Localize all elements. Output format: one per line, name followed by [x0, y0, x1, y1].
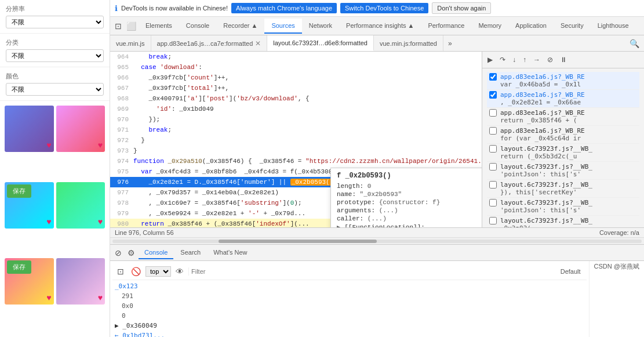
watch-checkbox[interactable]	[489, 145, 497, 153]
console-left-panel: ⊡ 🚫 top 👁 Default _0x123 291 0x0 0	[110, 261, 589, 337]
image-item[interactable]: ♥	[56, 106, 105, 152]
watch-item: app.d83ee1a6.js?_WB_REreturn _0x385f46 +…	[487, 108, 639, 126]
code-line: 973}	[110, 146, 482, 156]
console-line: 291	[115, 291, 584, 301]
tab-elements[interactable]: Elements	[139, 19, 179, 34]
console-filter-icon[interactable]: 🚫	[129, 264, 143, 278]
tab-application[interactable]: Application	[508, 19, 554, 34]
file-tab-vue-formatted[interactable]: vue.min.js:formatted	[374, 35, 443, 51]
watch-checkbox[interactable]	[489, 91, 497, 99]
console-area: ⊡ 🚫 top 👁 Default _0x123 291 0x0 0	[110, 261, 644, 337]
image-item[interactable]: 保存 ♥	[5, 258, 54, 305]
tab-performance-insights[interactable]: Performance insights ▲	[339, 19, 421, 34]
save-button[interactable]: 保存	[7, 260, 31, 274]
scrollbar-track[interactable]	[112, 240, 642, 243]
step-over-button[interactable]: ↷	[497, 54, 508, 66]
code-line: 974function _0x29a510(_0x385f46) { _0x38…	[110, 156, 482, 166]
tab-search-bottom[interactable]: Search	[174, 247, 206, 259]
save-button[interactable]: 保存	[7, 184, 31, 198]
file-tab-layout-formatted[interactable]: layout.6c73923f…d6e8:formatted	[267, 35, 374, 51]
tab-whats-new-bottom[interactable]: What's New	[208, 247, 253, 259]
heart-icon[interactable]: ♥	[98, 217, 103, 226]
tab-sources[interactable]: Sources	[264, 19, 301, 34]
code-line: 967 _0x39f7cb['total']++,	[110, 83, 482, 93]
heart-icon[interactable]: ♥	[98, 140, 103, 150]
tab-memory[interactable]: Memory	[471, 19, 508, 34]
file-tab-vue[interactable]: vue.min.js	[110, 35, 151, 51]
search-in-file-icon[interactable]: 🔍	[627, 37, 642, 50]
heart-icon[interactable]: ♥	[46, 293, 51, 302]
console-output-left: _0x123 291 0x0 0 ▶ _0x360049 ← 0x1bd731.…	[112, 280, 587, 337]
match-language-button[interactable]: Always match Chrome's language	[231, 3, 337, 13]
heart-icon[interactable]: ♥	[46, 217, 51, 226]
more-tabs-icon[interactable]: »	[443, 37, 457, 50]
tab-recorder[interactable]: Recorder ▲	[216, 19, 264, 34]
clear-console-icon[interactable]: ⊘	[112, 246, 124, 260]
console-settings-icon[interactable]: ⚙	[125, 246, 137, 260]
watch-checkbox[interactable]	[489, 73, 497, 81]
main-content-area: 964 break; 965 case 'download': 966 _0x3…	[110, 52, 644, 227]
inspect-icon[interactable]: ⊡	[112, 19, 124, 33]
tooltip-title: f _0x2b0593()	[337, 172, 482, 180]
watch-checkbox[interactable]	[489, 199, 497, 206]
file-tab-app-formatted[interactable]: app.d83ee1a6.js…ca7e:formatted ✕	[151, 35, 268, 51]
tab-console[interactable]: Console	[179, 19, 216, 34]
image-item[interactable]: 保存 ♥	[5, 182, 54, 229]
device-icon[interactable]: ⬜	[124, 19, 139, 33]
watch-checkbox[interactable]	[489, 181, 497, 189]
watch-checkbox[interactable]	[489, 109, 497, 117]
code-editor[interactable]: 964 break; 965 case 'download': 966 _0x3…	[110, 52, 482, 227]
image-item[interactable]: ♥	[56, 182, 105, 229]
category-section: 分类 不限	[0, 34, 110, 67]
expandable-console-line[interactable]: ▶ _0x360049	[115, 321, 584, 331]
deactivate-breakpoints-button[interactable]: ⊘	[544, 54, 556, 66]
console-line: 0	[115, 311, 584, 321]
tab-console-bottom[interactable]: Console	[139, 247, 173, 259]
console-back-icon[interactable]: ⊡	[115, 264, 126, 278]
code-line: 966 _0x39f7cb['count']++,	[110, 73, 482, 83]
infobar-text: DevTools is now available in Chinese!	[121, 5, 228, 12]
right-panel-content: app.d83ee1a6.js?_WB_REvar _0x46ba5d = _0…	[482, 68, 644, 227]
scrollbar-thumb[interactable]	[219, 240, 377, 243]
console-output: _0x123 291 0x0 0 ▶ _0x360049 ← 0x1bd731.…	[112, 280, 587, 337]
bottom-tab-bar: ⊘ ⚙ Console Search What's New	[110, 245, 644, 261]
image-item[interactable]: ♥	[56, 258, 105, 305]
heart-icon[interactable]: ♥	[98, 293, 103, 302]
watch-checkbox[interactable]	[489, 163, 497, 171]
horizontal-scrollbar[interactable]	[110, 237, 644, 244]
switch-devtools-button[interactable]: Switch DevTools to Chinese	[340, 3, 428, 13]
code-line: 971 break;	[110, 125, 482, 135]
heart-icon[interactable]: ♥	[46, 140, 51, 150]
step-out-button[interactable]: ↑	[520, 54, 529, 66]
dismiss-button[interactable]: Don't show again	[432, 2, 491, 14]
eye-icon[interactable]: 👁	[173, 264, 186, 278]
close-icon[interactable]: ✕	[255, 39, 261, 48]
status-bar: Line 976, Column 56 Coverage: n/a	[110, 227, 644, 237]
console-line: _0x123	[115, 281, 584, 291]
tab-security[interactable]: Security	[554, 19, 591, 34]
category-select[interactable]: 不限	[6, 49, 104, 62]
watch-checkbox[interactable]	[489, 127, 497, 135]
pause-on-exceptions-button[interactable]: ⏸	[557, 54, 570, 66]
default-label: Default	[557, 268, 584, 275]
color-select[interactable]: 不限	[6, 83, 104, 96]
console-result-link[interactable]: ← 0x1bd731...	[115, 331, 584, 337]
console-filter-input[interactable]	[188, 267, 555, 276]
watch-item: app.d83ee1a6.js?_WB_REvar _0x46ba5d = _0…	[487, 72, 639, 90]
step-into-button[interactable]: ↓	[510, 54, 519, 66]
pause-button[interactable]: ▶	[485, 54, 496, 66]
resolution-select[interactable]: 不限	[6, 16, 104, 28]
watch-item: app.d83ee1a6.js?_WB_RE, _0x2e82e1 = _0x6…	[487, 90, 639, 108]
tab-network[interactable]: Network	[302, 19, 339, 34]
console-context-select[interactable]: top	[145, 266, 171, 277]
tab-lighthouse[interactable]: Lighthouse	[591, 19, 636, 34]
file-tabs-actions: 🔍	[625, 37, 644, 50]
image-item[interactable]: ♥	[5, 106, 54, 152]
code-line: 970 });	[110, 114, 482, 125]
right-panel: ▶ ↷ ↓ ↑ → ⊘ ⏸ app.d83ee1a6.js?_WB_REvar …	[482, 52, 644, 227]
tooltip-row: ▶ [[FunctionLocation]]: app.d83ee1a6.js?…	[337, 223, 482, 227]
step-button[interactable]: →	[530, 54, 543, 66]
tooltip-row: arguments: (...)	[337, 206, 482, 215]
tab-performance[interactable]: Performance	[421, 19, 471, 34]
watch-checkbox[interactable]	[489, 217, 497, 224]
